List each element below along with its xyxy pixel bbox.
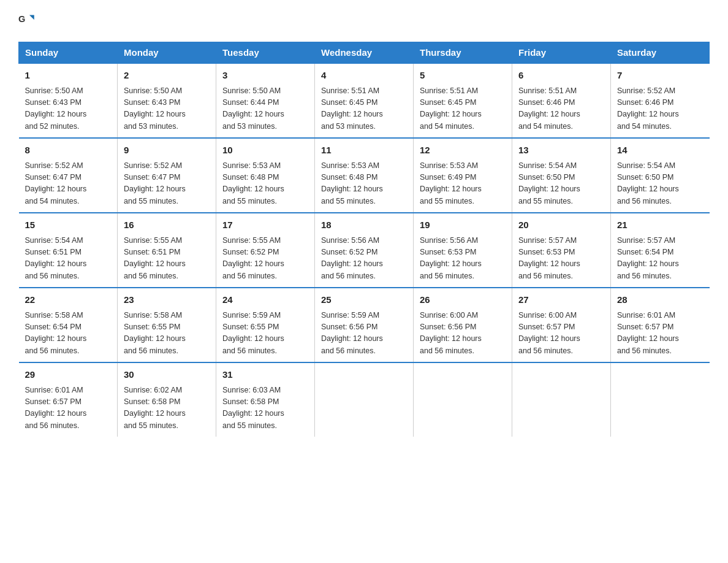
day-number: 11	[321, 144, 407, 158]
day-info: Sunrise: 6:00 AMSunset: 6:56 PMDaylight:…	[420, 310, 506, 358]
calendar-day-cell: 16Sunrise: 5:55 AMSunset: 6:51 PMDayligh…	[118, 213, 216, 288]
calendar-day-cell	[611, 362, 710, 437]
calendar-day-cell: 30Sunrise: 6:02 AMSunset: 6:58 PMDayligh…	[118, 362, 216, 437]
calendar-day-cell: 19Sunrise: 5:56 AMSunset: 6:53 PMDayligh…	[414, 213, 512, 288]
day-info: Sunrise: 5:56 AMSunset: 6:53 PMDaylight:…	[420, 235, 506, 283]
calendar-day-cell: 10Sunrise: 5:53 AMSunset: 6:48 PMDayligh…	[216, 138, 315, 213]
day-info: Sunrise: 5:57 AMSunset: 6:54 PMDaylight:…	[617, 235, 703, 283]
day-info: Sunrise: 5:52 AMSunset: 6:47 PMDaylight:…	[25, 160, 112, 208]
day-info: Sunrise: 5:59 AMSunset: 6:56 PMDaylight:…	[321, 310, 407, 358]
calendar-day-cell: 24Sunrise: 5:59 AMSunset: 6:55 PMDayligh…	[216, 288, 315, 362]
day-info: Sunrise: 5:58 AMSunset: 6:54 PMDaylight:…	[25, 310, 112, 358]
day-info: Sunrise: 6:01 AMSunset: 6:57 PMDaylight:…	[617, 310, 703, 358]
day-number: 31	[222, 368, 308, 382]
calendar-day-cell: 26Sunrise: 6:00 AMSunset: 6:56 PMDayligh…	[414, 288, 512, 362]
general-blue-logo-icon: G	[18, 12, 36, 29]
day-info: Sunrise: 5:53 AMSunset: 6:48 PMDaylight:…	[321, 160, 407, 208]
day-number: 22	[25, 293, 112, 307]
calendar-day-cell: 18Sunrise: 5:56 AMSunset: 6:52 PMDayligh…	[315, 213, 414, 288]
day-info: Sunrise: 5:55 AMSunset: 6:51 PMDaylight:…	[124, 235, 210, 283]
day-number: 6	[518, 69, 604, 83]
day-info: Sunrise: 5:50 AMSunset: 6:43 PMDaylight:…	[124, 85, 210, 133]
calendar-day-cell: 17Sunrise: 5:55 AMSunset: 6:52 PMDayligh…	[216, 213, 315, 288]
logo: G	[18, 12, 39, 29]
day-number: 26	[420, 293, 506, 307]
calendar-day-cell: 12Sunrise: 5:53 AMSunset: 6:49 PMDayligh…	[414, 138, 512, 213]
calendar-day-cell: 14Sunrise: 5:54 AMSunset: 6:50 PMDayligh…	[611, 138, 710, 213]
calendar-day-cell: 1Sunrise: 5:50 AMSunset: 6:43 PMDaylight…	[19, 63, 118, 138]
day-number: 8	[25, 144, 112, 158]
day-number: 14	[617, 144, 703, 158]
day-info: Sunrise: 5:54 AMSunset: 6:50 PMDaylight:…	[518, 160, 604, 208]
weekday-header-sunday: Sunday	[19, 42, 118, 64]
calendar-day-cell: 25Sunrise: 5:59 AMSunset: 6:56 PMDayligh…	[315, 288, 414, 362]
day-number: 30	[124, 368, 210, 382]
day-number: 15	[25, 218, 112, 232]
calendar-day-cell: 6Sunrise: 5:51 AMSunset: 6:46 PMDaylight…	[512, 63, 611, 138]
calendar-day-cell: 27Sunrise: 6:00 AMSunset: 6:57 PMDayligh…	[512, 288, 611, 362]
weekday-header-wednesday: Wednesday	[315, 42, 414, 64]
svg-text:G: G	[18, 14, 25, 24]
calendar-day-cell: 28Sunrise: 6:01 AMSunset: 6:57 PMDayligh…	[611, 288, 710, 362]
calendar-day-cell: 11Sunrise: 5:53 AMSunset: 6:48 PMDayligh…	[315, 138, 414, 213]
day-info: Sunrise: 5:58 AMSunset: 6:55 PMDaylight:…	[124, 310, 210, 358]
calendar-week-row: 29Sunrise: 6:01 AMSunset: 6:57 PMDayligh…	[19, 362, 710, 437]
day-info: Sunrise: 5:54 AMSunset: 6:51 PMDaylight:…	[25, 235, 112, 283]
calendar-week-row: 8Sunrise: 5:52 AMSunset: 6:47 PMDaylight…	[19, 138, 710, 213]
day-info: Sunrise: 5:52 AMSunset: 6:46 PMDaylight:…	[617, 85, 703, 133]
day-number: 7	[617, 69, 703, 83]
day-info: Sunrise: 5:51 AMSunset: 6:45 PMDaylight:…	[420, 85, 506, 133]
day-number: 21	[617, 218, 703, 232]
day-number: 24	[222, 293, 308, 307]
day-number: 18	[321, 218, 407, 232]
day-info: Sunrise: 5:51 AMSunset: 6:45 PMDaylight:…	[321, 85, 407, 133]
calendar-day-cell: 15Sunrise: 5:54 AMSunset: 6:51 PMDayligh…	[19, 213, 118, 288]
weekday-header-row: SundayMondayTuesdayWednesdayThursdayFrid…	[19, 42, 710, 64]
weekday-header-saturday: Saturday	[611, 42, 710, 64]
day-info: Sunrise: 6:01 AMSunset: 6:57 PMDaylight:…	[25, 385, 112, 432]
page-header: G	[18, 12, 710, 29]
calendar-week-row: 1Sunrise: 5:50 AMSunset: 6:43 PMDaylight…	[19, 63, 710, 138]
calendar-day-cell	[512, 362, 611, 437]
calendar-day-cell: 9Sunrise: 5:52 AMSunset: 6:47 PMDaylight…	[118, 138, 216, 213]
calendar-day-cell: 21Sunrise: 5:57 AMSunset: 6:54 PMDayligh…	[611, 213, 710, 288]
calendar-day-cell: 4Sunrise: 5:51 AMSunset: 6:45 PMDaylight…	[315, 63, 414, 138]
day-number: 10	[222, 144, 308, 158]
calendar-week-row: 22Sunrise: 5:58 AMSunset: 6:54 PMDayligh…	[19, 288, 710, 362]
day-number: 12	[420, 144, 506, 158]
day-info: Sunrise: 5:54 AMSunset: 6:50 PMDaylight:…	[617, 160, 703, 208]
day-info: Sunrise: 5:50 AMSunset: 6:43 PMDaylight:…	[25, 85, 112, 133]
weekday-header-thursday: Thursday	[414, 42, 512, 64]
day-number: 3	[222, 69, 308, 83]
day-info: Sunrise: 5:56 AMSunset: 6:52 PMDaylight:…	[321, 235, 407, 283]
calendar-day-cell	[315, 362, 414, 437]
day-number: 28	[617, 293, 703, 307]
day-info: Sunrise: 5:57 AMSunset: 6:53 PMDaylight:…	[518, 235, 604, 283]
calendar-week-row: 15Sunrise: 5:54 AMSunset: 6:51 PMDayligh…	[19, 213, 710, 288]
day-info: Sunrise: 5:55 AMSunset: 6:52 PMDaylight:…	[222, 235, 308, 283]
day-number: 25	[321, 293, 407, 307]
calendar-day-cell: 7Sunrise: 5:52 AMSunset: 6:46 PMDaylight…	[611, 63, 710, 138]
calendar-day-cell: 2Sunrise: 5:50 AMSunset: 6:43 PMDaylight…	[118, 63, 216, 138]
weekday-header-monday: Monday	[118, 42, 216, 64]
day-number: 19	[420, 218, 506, 232]
day-info: Sunrise: 6:00 AMSunset: 6:57 PMDaylight:…	[518, 310, 604, 358]
day-number: 13	[518, 144, 604, 158]
calendar-table: SundayMondayTuesdayWednesdayThursdayFrid…	[18, 42, 710, 437]
calendar-day-cell: 8Sunrise: 5:52 AMSunset: 6:47 PMDaylight…	[19, 138, 118, 213]
calendar-day-cell: 29Sunrise: 6:01 AMSunset: 6:57 PMDayligh…	[19, 362, 118, 437]
day-info: Sunrise: 5:53 AMSunset: 6:49 PMDaylight:…	[420, 160, 506, 208]
day-number: 27	[518, 293, 604, 307]
day-number: 4	[321, 69, 407, 83]
day-info: Sunrise: 5:53 AMSunset: 6:48 PMDaylight:…	[222, 160, 308, 208]
day-number: 20	[518, 218, 604, 232]
weekday-header-friday: Friday	[512, 42, 611, 64]
calendar-day-cell: 5Sunrise: 5:51 AMSunset: 6:45 PMDaylight…	[414, 63, 512, 138]
day-info: Sunrise: 6:03 AMSunset: 6:58 PMDaylight:…	[222, 385, 308, 432]
calendar-day-cell	[414, 362, 512, 437]
day-info: Sunrise: 5:51 AMSunset: 6:46 PMDaylight:…	[518, 85, 604, 133]
calendar-day-cell: 3Sunrise: 5:50 AMSunset: 6:44 PMDaylight…	[216, 63, 315, 138]
calendar-day-cell: 23Sunrise: 5:58 AMSunset: 6:55 PMDayligh…	[118, 288, 216, 362]
calendar-day-cell: 13Sunrise: 5:54 AMSunset: 6:50 PMDayligh…	[512, 138, 611, 213]
day-number: 29	[25, 368, 112, 382]
